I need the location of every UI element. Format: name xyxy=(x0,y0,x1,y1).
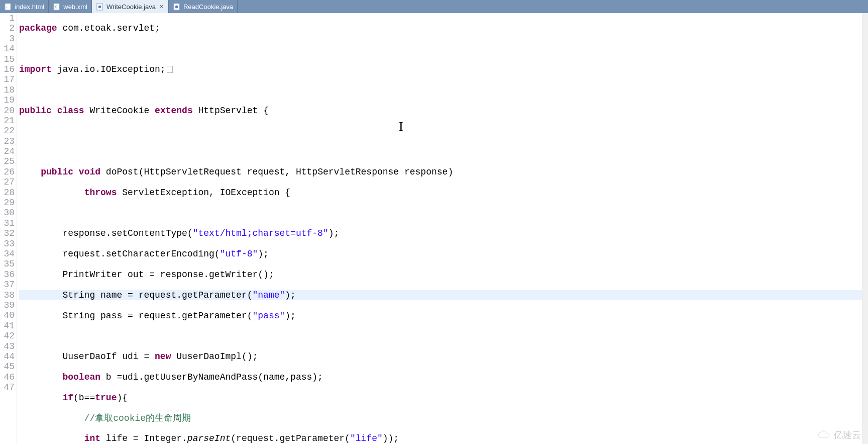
tab-label: WriteCookie.java xyxy=(106,3,156,11)
code-line-current[interactable]: String name = request.getParameter("name… xyxy=(19,290,862,300)
svg-text:◦: ◦ xyxy=(6,5,8,10)
line-number: 32 xyxy=(0,228,15,238)
overview-ruler[interactable] xyxy=(862,13,868,444)
code-line[interactable]: if(b==true){ xyxy=(19,393,862,403)
close-icon[interactable]: × xyxy=(159,3,164,10)
line-number: 16 xyxy=(0,64,15,74)
html-file-icon: ◦ xyxy=(4,3,12,11)
line-number: 37 xyxy=(0,280,15,290)
tab-label: web.xml xyxy=(63,3,87,11)
java-file-icon xyxy=(173,3,180,11)
line-number: 25 xyxy=(0,156,15,166)
line-number: 36 xyxy=(0,270,15,280)
code-line[interactable]: UuserDaoIf udi = new UuserDaoImpl(); xyxy=(19,351,862,362)
line-number: 1 xyxy=(0,13,15,23)
line-number-gutter: 1 2 3 14 15 16 17 18 19 20 21 22 23 24 2… xyxy=(0,13,17,444)
code-editor[interactable]: 1 2 3 14 15 16 17 18 19 20 21 22 23 24 2… xyxy=(0,13,868,444)
line-number: 3 xyxy=(0,34,15,44)
line-number: 21 xyxy=(0,116,15,126)
line-number: 22 xyxy=(0,126,15,136)
line-number: 20 xyxy=(0,106,15,116)
line-number: 2 xyxy=(0,23,15,33)
line-number: 29 xyxy=(0,198,15,208)
code-line[interactable]: package com.etoak.servlet; xyxy=(19,23,862,33)
line-number: 45 xyxy=(0,362,15,372)
line-number: 42 xyxy=(0,331,15,341)
line-number: 44 xyxy=(0,351,15,362)
tab-label: index.html xyxy=(15,3,44,11)
line-number: 43 xyxy=(0,341,15,351)
cloud-icon xyxy=(817,430,831,439)
code-area[interactable]: package com.etoak.servlet; import java.i… xyxy=(17,13,862,444)
svg-point-4 xyxy=(98,5,101,8)
line-number: 18 xyxy=(0,85,15,95)
line-number: 17 xyxy=(0,74,15,84)
tab-label: ReadCookie.java xyxy=(183,3,233,11)
code-line[interactable]: public void doPost(HttpServletRequest re… xyxy=(19,167,862,177)
line-number: 24 xyxy=(0,146,15,156)
java-file-icon xyxy=(96,3,103,11)
line-number: 35 xyxy=(0,259,15,269)
line-number: 31 xyxy=(0,218,15,228)
watermark: 亿速云 xyxy=(817,429,861,441)
code-line[interactable] xyxy=(19,44,862,54)
code-line[interactable]: import java.io.IOException; xyxy=(19,64,862,74)
code-line[interactable] xyxy=(19,85,862,95)
xml-file-icon xyxy=(53,3,60,11)
line-number: 33 xyxy=(0,239,15,249)
line-number: 15 xyxy=(0,54,15,64)
line-number: 28 xyxy=(0,188,15,198)
line-number: 39 xyxy=(0,300,15,310)
code-line[interactable] xyxy=(19,208,862,218)
line-number: 34 xyxy=(0,249,15,259)
code-line[interactable]: PrintWriter out = response.getWriter(); xyxy=(19,270,862,280)
code-line[interactable]: response.setContentType("text/html;chars… xyxy=(19,228,862,238)
tab-writecookie-java[interactable]: WriteCookie.java × xyxy=(92,0,169,13)
code-line[interactable]: int life = Integer.parseInt(request.getP… xyxy=(19,433,862,443)
code-line[interactable]: String pass = request.getParameter("pass… xyxy=(19,311,862,321)
code-line[interactable]: boolean b =udi.getUuserByNameAndPass(nam… xyxy=(19,372,862,382)
line-number: 26 xyxy=(0,167,15,177)
code-line[interactable]: public class WriteCookie extends HttpSer… xyxy=(19,106,862,116)
svg-rect-2 xyxy=(54,3,59,10)
code-line[interactable] xyxy=(19,331,862,341)
code-line[interactable] xyxy=(19,146,862,156)
line-number: 27 xyxy=(0,177,15,187)
line-number: 40 xyxy=(0,310,15,320)
fold-indicator-icon[interactable] xyxy=(167,66,173,73)
line-number: 47 xyxy=(0,382,15,392)
line-number: 23 xyxy=(0,136,15,146)
tab-index-html[interactable]: ◦ index.html xyxy=(0,0,49,13)
svg-point-6 xyxy=(175,5,178,8)
text-cursor-icon: I xyxy=(399,122,403,132)
code-line[interactable]: request.setCharacterEncoding("utf-8"); xyxy=(19,249,862,259)
code-line[interactable] xyxy=(19,126,862,136)
line-number: 41 xyxy=(0,321,15,331)
code-line[interactable]: throws ServletException, IOException { xyxy=(19,188,862,198)
line-number: 38 xyxy=(0,290,15,300)
editor-tab-bar: ◦ index.html web.xml WriteCookie.java × … xyxy=(0,0,868,13)
line-number: 14 xyxy=(0,44,15,54)
line-number: 46 xyxy=(0,372,15,382)
line-number: 19 xyxy=(0,95,15,105)
watermark-text: 亿速云 xyxy=(834,429,861,441)
line-number: 30 xyxy=(0,208,15,218)
code-line[interactable]: //拿取cookie的生命周期 xyxy=(19,413,862,423)
tab-web-xml[interactable]: web.xml xyxy=(49,0,92,13)
tab-readcookie-java[interactable]: ReadCookie.java xyxy=(169,0,238,13)
